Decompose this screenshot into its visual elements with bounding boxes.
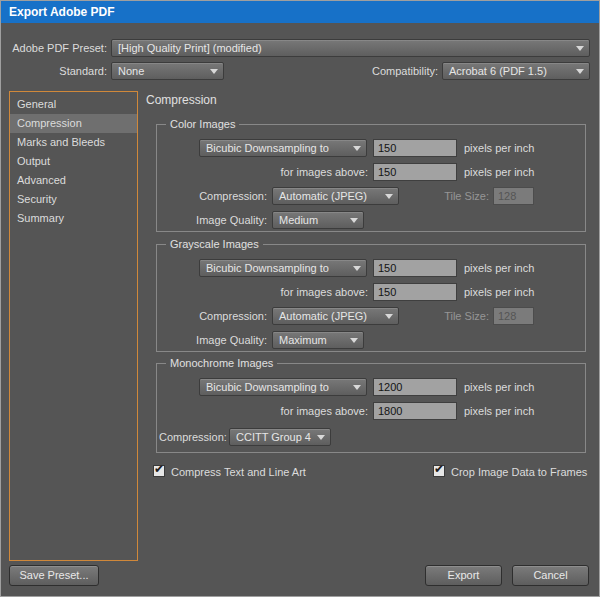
color-compression-dropdown[interactable]: Automatic (JPEG) xyxy=(272,187,399,205)
monochrome-above-unit: pixels per inch xyxy=(464,402,534,420)
sidebar-item-compression[interactable]: Compression xyxy=(10,114,137,133)
dialog-titlebar[interactable]: Export Adobe PDF xyxy=(1,1,599,23)
crop-image-data-checkbox[interactable] xyxy=(433,465,445,477)
group-title: Grayscale Images xyxy=(166,237,263,251)
monochrome-sampling-dropdown[interactable]: Bicubic Downsampling to xyxy=(199,378,367,396)
chevron-down-icon xyxy=(385,194,393,199)
chevron-down-icon xyxy=(576,69,584,74)
color-ppi-field[interactable] xyxy=(373,139,457,157)
export-button[interactable]: Export xyxy=(425,565,502,586)
color-images-group: Color Images Bicubic Downsampling to pix… xyxy=(156,124,586,232)
monochrome-compression-dropdown[interactable]: CCITT Group 4 xyxy=(229,428,331,446)
color-quality-dropdown[interactable]: Medium xyxy=(272,211,364,229)
monochrome-compression-value: CCITT Group 4 xyxy=(236,431,311,443)
color-above-unit: pixels per inch xyxy=(464,163,534,181)
monochrome-above-label: for images above: xyxy=(237,402,368,420)
grayscale-above-field[interactable] xyxy=(373,283,457,301)
sidebar-item-output[interactable]: Output xyxy=(10,152,137,171)
group-title: Monochrome Images xyxy=(166,356,277,370)
grayscale-compression-value: Automatic (JPEG) xyxy=(279,310,367,322)
color-above-label: for images above: xyxy=(237,163,368,181)
chevron-down-icon xyxy=(576,46,584,51)
grayscale-sampling-value: Bicubic Downsampling to xyxy=(206,262,329,274)
standard-label: Standard: xyxy=(9,62,107,80)
sidebar-item-advanced[interactable]: Advanced xyxy=(10,171,137,190)
color-sampling-dropdown[interactable]: Bicubic Downsampling to xyxy=(199,139,367,157)
grayscale-ppi-unit: pixels per inch xyxy=(464,259,534,277)
color-tile-size-field xyxy=(493,187,534,205)
color-sampling-value: Bicubic Downsampling to xyxy=(206,142,329,154)
chevron-down-icon xyxy=(210,69,218,74)
color-tile-size-label: Tile Size: xyxy=(419,187,489,205)
monochrome-sampling-value: Bicubic Downsampling to xyxy=(206,381,329,393)
grayscale-sampling-dropdown[interactable]: Bicubic Downsampling to xyxy=(199,259,367,277)
monochrome-images-group: Monochrome Images Bicubic Downsampling t… xyxy=(156,363,586,453)
grayscale-images-group: Grayscale Images Bicubic Downsampling to… xyxy=(156,244,586,352)
monochrome-compression-label: Compression: xyxy=(159,428,225,446)
grayscale-quality-dropdown[interactable]: Maximum xyxy=(272,331,364,349)
panel-heading: Compression xyxy=(146,93,217,107)
preset-value: [High Quality Print] (modified) xyxy=(118,42,262,54)
compatibility-label: Compatibility: xyxy=(351,62,438,80)
grayscale-tile-size-label: Tile Size: xyxy=(419,307,489,325)
monochrome-ppi-unit: pixels per inch xyxy=(464,378,534,396)
sections-list: General Compression Marks and Bleeds Out… xyxy=(9,91,138,561)
color-compression-label: Compression: xyxy=(167,187,267,205)
group-title: Color Images xyxy=(166,117,239,131)
chevron-down-icon xyxy=(317,435,325,440)
chevron-down-icon xyxy=(350,218,358,223)
chevron-down-icon xyxy=(353,266,361,271)
grayscale-quality-label: Image Quality: xyxy=(167,331,267,349)
cancel-button[interactable]: Cancel xyxy=(512,565,589,586)
compatibility-dropdown[interactable]: Acrobat 6 (PDF 1.5) xyxy=(442,62,590,80)
compatibility-value: Acrobat 6 (PDF 1.5) xyxy=(449,65,547,77)
compress-text-label: Compress Text and Line Art xyxy=(171,463,306,481)
grayscale-ppi-field[interactable] xyxy=(373,259,457,277)
export-adobe-pdf-dialog: Export Adobe PDF Adobe PDF Preset: [High… xyxy=(0,0,600,597)
dialog-title: Export Adobe PDF xyxy=(1,5,115,19)
grayscale-compression-dropdown[interactable]: Automatic (JPEG) xyxy=(272,307,399,325)
grayscale-compression-label: Compression: xyxy=(167,307,267,325)
chevron-down-icon xyxy=(350,338,358,343)
chevron-down-icon xyxy=(353,385,361,390)
grayscale-quality-value: Maximum xyxy=(279,334,327,346)
preset-label: Adobe PDF Preset: xyxy=(9,39,107,57)
standard-dropdown[interactable]: None xyxy=(111,62,224,80)
sidebar-item-security[interactable]: Security xyxy=(10,190,137,209)
sidebar-item-summary[interactable]: Summary xyxy=(10,209,137,228)
color-compression-value: Automatic (JPEG) xyxy=(279,190,367,202)
color-ppi-unit: pixels per inch xyxy=(464,139,534,157)
color-quality-value: Medium xyxy=(279,214,318,226)
color-quality-label: Image Quality: xyxy=(167,211,267,229)
monochrome-ppi-field[interactable] xyxy=(373,378,457,396)
sidebar-item-general[interactable]: General xyxy=(10,95,137,114)
preset-dropdown[interactable]: [High Quality Print] (modified) xyxy=(111,39,590,57)
monochrome-above-field[interactable] xyxy=(373,402,457,420)
chevron-down-icon xyxy=(385,314,393,319)
color-above-field[interactable] xyxy=(373,163,457,181)
compress-text-checkbox[interactable] xyxy=(153,465,165,477)
crop-image-data-label: Crop Image Data to Frames xyxy=(451,463,587,481)
grayscale-above-label: for images above: xyxy=(237,283,368,301)
sidebar-item-marks-and-bleeds[interactable]: Marks and Bleeds xyxy=(10,133,137,152)
save-preset-button[interactable]: Save Preset... xyxy=(9,565,99,586)
grayscale-tile-size-field xyxy=(493,307,534,325)
grayscale-above-unit: pixels per inch xyxy=(464,283,534,301)
chevron-down-icon xyxy=(353,146,361,151)
standard-value: None xyxy=(118,65,144,77)
